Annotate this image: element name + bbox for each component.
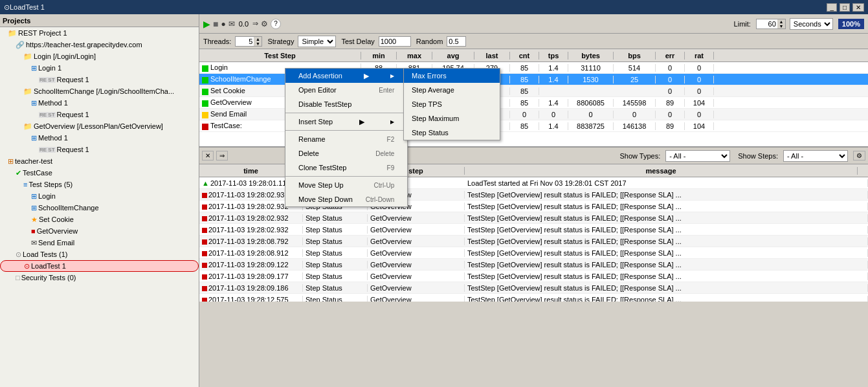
log-td-type: Step Status bbox=[303, 296, 368, 302]
sidebar-item-teacher-test[interactable]: ⊞ teacher-test bbox=[0, 155, 199, 167]
log-row[interactable]: 2017-11-03 19:28:09.177 Step Status GetO… bbox=[199, 271, 868, 282]
log-row[interactable]: 2017-11-03 19:28:09.122 Step Status GetO… bbox=[199, 259, 868, 271]
play-button[interactable]: ▶ bbox=[203, 19, 210, 29]
sidebar-item-setcookie-step[interactable]: ★ Set Cookie bbox=[0, 214, 199, 225]
folder-icon: 📁 bbox=[23, 122, 32, 131]
log-row[interactable]: 2017-11-03 19:28:09.186 Step Status GetO… bbox=[199, 282, 868, 294]
main-toolbar: ▶ ■ ● ✉ 0.0 ⇒ ⚙ ? Limit: ▲ ▼ Seconds Min… bbox=[199, 14, 868, 34]
close-btn[interactable]: ✕ bbox=[852, 3, 864, 12]
log-td-step: GetOverview bbox=[368, 261, 465, 269]
limit-up-btn[interactable]: ▲ bbox=[777, 19, 785, 24]
test-delay-label: Test Delay bbox=[341, 38, 374, 45]
ctx-open-editor[interactable]: Open Editor Enter bbox=[285, 83, 407, 97]
sidebar-item-getoverview-folder[interactable]: 📁 GetOverview [/LessonPlan/GetOverview] bbox=[0, 120, 199, 132]
log-row[interactable]: 2017-11-03 19:28:12.575 Step Status GetO… bbox=[199, 294, 868, 302]
limit-down-btn[interactable]: ▼ bbox=[777, 24, 785, 28]
sidebar-item-schoolitem-step[interactable]: ⊞ SchoolItemChange bbox=[0, 202, 199, 214]
sidebar-item-request1b[interactable]: RE ST Request 1 bbox=[0, 109, 199, 120]
show-steps-select[interactable]: - All - Login GetOverview bbox=[783, 150, 848, 162]
record-button[interactable]: ● bbox=[221, 19, 225, 28]
ctx-label: Move Step Down bbox=[298, 195, 353, 203]
submenu-label: Step TPS bbox=[412, 100, 442, 108]
sidebar-item-schoolitem-folder[interactable]: 📁 SchoolItemChange [/Login/SchoolItemCha… bbox=[0, 85, 199, 97]
log-export-btn[interactable]: ⇒ bbox=[216, 151, 228, 160]
threads-up-btn[interactable]: ▲ bbox=[254, 37, 262, 41]
minimize-btn[interactable]: _ bbox=[827, 3, 837, 12]
submenu-item-step-status[interactable]: Step Status bbox=[404, 126, 500, 140]
threads-input[interactable] bbox=[236, 38, 254, 45]
log-td-message: TestStep [GetOverview] result status is … bbox=[465, 214, 868, 222]
sidebar-item-teststeps[interactable]: ≡ Test Steps (5) bbox=[0, 179, 199, 190]
maximize-btn[interactable]: □ bbox=[840, 3, 850, 12]
ctx-clone-teststep[interactable]: Clone TestStep F9 bbox=[285, 160, 407, 175]
show-types-select[interactable]: - All - Message Step Status bbox=[665, 150, 730, 162]
threads-down-btn[interactable]: ▼ bbox=[254, 41, 262, 46]
sidebar-label: Method 1 bbox=[38, 134, 68, 142]
sidebar-item-security-tests[interactable]: □ Security Tests (0) bbox=[0, 272, 199, 283]
td-tps: 0 bbox=[539, 111, 568, 118]
submenu-label: Step Average bbox=[412, 86, 454, 94]
sidebar-item-method1[interactable]: ⊞ Method 1 bbox=[0, 97, 199, 109]
db-icon: ⊞ bbox=[8, 157, 14, 166]
ctx-disable-teststep[interactable]: Disable TestStep bbox=[285, 97, 407, 111]
settings-button[interactable]: ⚙ bbox=[261, 19, 268, 28]
sidebar-item-testcase[interactable]: ✔ TestCase bbox=[0, 167, 199, 179]
stop-button[interactable]: ■ bbox=[213, 19, 218, 29]
sidebar-item-login-step[interactable]: ⊞ Login bbox=[0, 190, 199, 202]
rest-icon: RE ST bbox=[39, 112, 56, 118]
sidebar-item-url[interactable]: 🔗 https://teacher-test.grapecitydev.com bbox=[0, 39, 199, 50]
sidebar-item-sendemail-step[interactable]: ✉ Send Email bbox=[0, 237, 199, 249]
email-button[interactable]: ✉ bbox=[228, 19, 235, 28]
threads-input-container: ▲ ▼ bbox=[235, 36, 262, 47]
log-row[interactable]: 2017-11-03 19:28:08.912 Step Status GetO… bbox=[199, 247, 868, 259]
grid-icon: ⊞ bbox=[31, 64, 37, 72]
rest-icon: RE ST bbox=[39, 77, 56, 83]
ctx-delete[interactable]: Delete Delete bbox=[285, 146, 407, 160]
th-message: message bbox=[465, 167, 858, 175]
td-bps: 146138 bbox=[614, 122, 656, 130]
log-td-type: Step Status bbox=[303, 261, 368, 269]
sidebar-item-method1b[interactable]: ⊞ Method 1 bbox=[0, 132, 199, 144]
help-button[interactable]: ? bbox=[271, 19, 281, 29]
log-row[interactable]: 2017-11-03 19:28:02.932 Step Status GetO… bbox=[199, 224, 868, 236]
log-td-step: GetOverview bbox=[368, 214, 465, 222]
seconds-select[interactable]: Seconds Minutes Hours bbox=[790, 18, 833, 30]
submenu-item-max-errors[interactable]: Max Errors bbox=[404, 69, 500, 83]
sidebar-item-loadtests[interactable]: ⊙ Load Tests (1) bbox=[0, 249, 199, 260]
th-bytes: bytes bbox=[568, 52, 614, 60]
sidebar-item-loadtest1[interactable]: ⊙ LoadTest 1 bbox=[0, 260, 199, 272]
td-bytes: 31110 bbox=[568, 64, 614, 72]
log-td-time: 2017-11-03 19:28:09.186 bbox=[199, 284, 303, 292]
sidebar-item-request1c[interactable]: RE ST Request 1 bbox=[0, 144, 199, 155]
limit-input[interactable] bbox=[757, 20, 777, 28]
log-settings-btn[interactable]: ⚙ bbox=[853, 151, 865, 160]
random-input[interactable] bbox=[447, 36, 466, 47]
ctx-move-step-up[interactable]: Move Step Up Ctrl-Up bbox=[285, 178, 407, 192]
ctx-rename[interactable]: Rename F2 bbox=[285, 132, 407, 146]
log-td-time: 2017-11-03 19:28:02.932 bbox=[199, 214, 303, 222]
sidebar-item-login-folder[interactable]: 📁 Login [/Login/Login] bbox=[0, 50, 199, 62]
sidebar-label: SchoolItemChange bbox=[38, 204, 99, 212]
sidebar-item-login1[interactable]: ⊞ Login 1 bbox=[0, 62, 199, 74]
submenu-item-step-tps[interactable]: Step TPS bbox=[404, 97, 500, 111]
sidebar-label: GetOverview bbox=[37, 227, 78, 235]
sidebar-label: Set Cookie bbox=[39, 216, 74, 223]
ctx-insert-step[interactable]: Insert Step ▶ bbox=[285, 115, 407, 129]
strategy-select[interactable]: Simple Burst Thread bbox=[298, 36, 336, 47]
sidebar-item-request1[interactable]: RE ST Request 1 bbox=[0, 74, 199, 85]
export-button[interactable]: ⇒ bbox=[252, 19, 258, 28]
log-row[interactable]: 2017-11-03 19:28:08.792 Step Status GetO… bbox=[199, 236, 868, 247]
log-td-type: Step Status bbox=[303, 214, 368, 222]
test-delay-input[interactable] bbox=[379, 36, 411, 47]
ctx-move-step-down[interactable]: Move Step Down Ctrl-Down bbox=[285, 192, 407, 206]
ctx-add-assertion[interactable]: Add Assertion ▶ bbox=[285, 69, 407, 83]
td-rat: 104 bbox=[685, 99, 714, 107]
log-row[interactable]: 2017-11-03 19:28:02.932 Step Status GetO… bbox=[199, 212, 868, 224]
sidebar-item-rest-project[interactable]: 📁 REST Project 1 bbox=[0, 27, 199, 39]
submenu-item-step-maximum[interactable]: Step Maximum bbox=[404, 111, 500, 126]
submenu-item-step-average[interactable]: Step Average bbox=[404, 83, 500, 97]
log-td-time: 2017-11-03 19:28:09.177 bbox=[199, 272, 303, 280]
random-label: Random bbox=[416, 38, 443, 45]
sidebar-item-getoverview-step[interactable]: ■ GetOverview bbox=[0, 225, 199, 237]
log-clear-btn[interactable]: ✕ bbox=[202, 151, 214, 160]
